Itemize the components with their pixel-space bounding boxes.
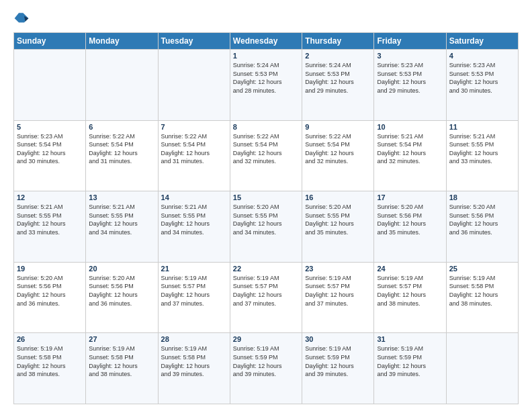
calendar-cell: 26Sunrise: 5:19 AM Sunset: 5:58 PM Dayli… <box>14 333 86 404</box>
day-number: 14 <box>161 193 227 201</box>
day-info: Sunrise: 5:20 AM Sunset: 5:56 PM Dayligh… <box>449 203 515 236</box>
week-row-2: 5Sunrise: 5:23 AM Sunset: 5:54 PM Daylig… <box>14 120 519 191</box>
weekday-header-friday: Friday <box>374 33 446 50</box>
day-info: Sunrise: 5:21 AM Sunset: 5:55 PM Dayligh… <box>449 132 515 166</box>
day-info: Sunrise: 5:21 AM Sunset: 5:54 PM Dayligh… <box>377 132 443 166</box>
calendar-cell: 28Sunrise: 5:19 AM Sunset: 5:58 PM Dayli… <box>158 333 230 404</box>
calendar-cell: 25Sunrise: 5:19 AM Sunset: 5:58 PM Dayli… <box>446 262 518 333</box>
day-number: 23 <box>305 265 371 273</box>
calendar-cell: 14Sunrise: 5:21 AM Sunset: 5:55 PM Dayli… <box>158 191 230 263</box>
calendar-cell: 16Sunrise: 5:20 AM Sunset: 5:55 PM Dayli… <box>302 191 374 263</box>
day-number: 26 <box>17 335 83 343</box>
weekday-header-saturday: Saturday <box>446 33 518 50</box>
weekday-header-sunday: Sunday <box>14 33 86 50</box>
calendar-body: 1Sunrise: 5:24 AM Sunset: 5:53 PM Daylig… <box>14 50 519 404</box>
day-info: Sunrise: 5:19 AM Sunset: 5:57 PM Dayligh… <box>161 274 227 308</box>
day-info: Sunrise: 5:22 AM Sunset: 5:54 PM Dayligh… <box>161 132 227 166</box>
calendar-cell: 30Sunrise: 5:19 AM Sunset: 5:59 PM Dayli… <box>302 333 374 404</box>
calendar-cell: 12Sunrise: 5:21 AM Sunset: 5:55 PM Dayli… <box>14 191 86 263</box>
calendar-cell: 23Sunrise: 5:19 AM Sunset: 5:57 PM Dayli… <box>302 262 374 333</box>
day-info: Sunrise: 5:19 AM Sunset: 5:57 PM Dayligh… <box>377 274 443 308</box>
day-number: 12 <box>17 193 83 201</box>
day-info: Sunrise: 5:19 AM Sunset: 5:57 PM Dayligh… <box>305 274 371 308</box>
day-number: 28 <box>161 335 227 343</box>
calendar-cell: 8Sunrise: 5:22 AM Sunset: 5:54 PM Daylig… <box>230 120 302 191</box>
calendar-cell: 21Sunrise: 5:19 AM Sunset: 5:57 PM Dayli… <box>158 262 230 333</box>
day-number: 11 <box>449 123 515 131</box>
day-number: 20 <box>89 265 154 273</box>
calendar-cell: 29Sunrise: 5:19 AM Sunset: 5:59 PM Dayli… <box>230 333 302 404</box>
day-number: 10 <box>377 123 443 131</box>
calendar-cell: 7Sunrise: 5:22 AM Sunset: 5:54 PM Daylig… <box>158 120 230 191</box>
calendar-cell: 27Sunrise: 5:19 AM Sunset: 5:58 PM Dayli… <box>86 333 158 404</box>
day-info: Sunrise: 5:22 AM Sunset: 5:54 PM Dayligh… <box>89 132 154 166</box>
day-number: 5 <box>17 123 83 131</box>
day-info: Sunrise: 5:21 AM Sunset: 5:55 PM Dayligh… <box>161 203 227 236</box>
weekday-header-monday: Monday <box>86 33 158 50</box>
day-info: Sunrise: 5:19 AM Sunset: 5:59 PM Dayligh… <box>305 345 371 378</box>
day-info: Sunrise: 5:19 AM Sunset: 5:59 PM Dayligh… <box>377 345 443 378</box>
calendar-cell: 3Sunrise: 5:23 AM Sunset: 5:53 PM Daylig… <box>374 50 446 121</box>
calendar-cell: 1Sunrise: 5:24 AM Sunset: 5:53 PM Daylig… <box>230 50 302 121</box>
day-info: Sunrise: 5:23 AM Sunset: 5:53 PM Dayligh… <box>377 61 443 95</box>
day-number: 18 <box>449 193 515 201</box>
day-info: Sunrise: 5:20 AM Sunset: 5:55 PM Dayligh… <box>305 203 371 236</box>
day-number: 27 <box>89 335 154 343</box>
week-row-3: 12Sunrise: 5:21 AM Sunset: 5:55 PM Dayli… <box>14 191 519 263</box>
day-info: Sunrise: 5:19 AM Sunset: 5:58 PM Dayligh… <box>17 345 83 378</box>
calendar-cell <box>158 50 230 121</box>
day-number: 24 <box>377 265 443 273</box>
day-number: 17 <box>377 193 443 201</box>
week-row-5: 26Sunrise: 5:19 AM Sunset: 5:58 PM Dayli… <box>14 333 519 404</box>
calendar-cell: 4Sunrise: 5:23 AM Sunset: 5:53 PM Daylig… <box>446 50 518 121</box>
calendar-cell <box>446 333 518 404</box>
weekday-header-thursday: Thursday <box>302 33 374 50</box>
week-row-1: 1Sunrise: 5:24 AM Sunset: 5:53 PM Daylig… <box>14 50 519 121</box>
day-info: Sunrise: 5:19 AM Sunset: 5:59 PM Dayligh… <box>233 345 299 378</box>
day-info: Sunrise: 5:20 AM Sunset: 5:56 PM Dayligh… <box>17 274 83 308</box>
day-info: Sunrise: 5:20 AM Sunset: 5:56 PM Dayligh… <box>89 274 154 308</box>
day-number: 7 <box>161 123 227 131</box>
calendar-table: SundayMondayTuesdayWednesdayThursdayFrid… <box>13 32 519 404</box>
day-info: Sunrise: 5:19 AM Sunset: 5:57 PM Dayligh… <box>233 274 299 308</box>
day-number: 9 <box>305 123 371 131</box>
weekday-header-row: SundayMondayTuesdayWednesdayThursdayFrid… <box>14 33 519 50</box>
day-info: Sunrise: 5:23 AM Sunset: 5:54 PM Dayligh… <box>17 132 83 166</box>
calendar-cell: 18Sunrise: 5:20 AM Sunset: 5:56 PM Dayli… <box>446 191 518 263</box>
day-info: Sunrise: 5:24 AM Sunset: 5:53 PM Dayligh… <box>305 61 371 95</box>
calendar-cell: 22Sunrise: 5:19 AM Sunset: 5:57 PM Dayli… <box>230 262 302 333</box>
day-number: 19 <box>17 265 83 273</box>
day-info: Sunrise: 5:21 AM Sunset: 5:55 PM Dayligh… <box>17 203 83 236</box>
day-info: Sunrise: 5:22 AM Sunset: 5:54 PM Dayligh… <box>305 132 371 166</box>
day-number: 21 <box>161 265 227 273</box>
header <box>13 11 519 27</box>
day-number: 1 <box>233 52 299 60</box>
calendar-cell: 9Sunrise: 5:22 AM Sunset: 5:54 PM Daylig… <box>302 120 374 191</box>
calendar-cell: 20Sunrise: 5:20 AM Sunset: 5:56 PM Dayli… <box>86 262 158 333</box>
day-info: Sunrise: 5:24 AM Sunset: 5:53 PM Dayligh… <box>233 61 299 95</box>
calendar-cell: 5Sunrise: 5:23 AM Sunset: 5:54 PM Daylig… <box>14 120 86 191</box>
calendar-cell: 10Sunrise: 5:21 AM Sunset: 5:54 PM Dayli… <box>374 120 446 191</box>
weekday-header-tuesday: Tuesday <box>158 33 230 50</box>
day-info: Sunrise: 5:20 AM Sunset: 5:56 PM Dayligh… <box>377 203 443 236</box>
calendar-cell: 19Sunrise: 5:20 AM Sunset: 5:56 PM Dayli… <box>14 262 86 333</box>
calendar-cell: 15Sunrise: 5:20 AM Sunset: 5:55 PM Dayli… <box>230 191 302 263</box>
calendar-cell: 2Sunrise: 5:24 AM Sunset: 5:53 PM Daylig… <box>302 50 374 121</box>
calendar-cell: 17Sunrise: 5:20 AM Sunset: 5:56 PM Dayli… <box>374 191 446 263</box>
day-number: 25 <box>449 265 515 273</box>
day-number: 31 <box>377 335 443 343</box>
calendar-cell: 11Sunrise: 5:21 AM Sunset: 5:55 PM Dayli… <box>446 120 518 191</box>
calendar-cell: 6Sunrise: 5:22 AM Sunset: 5:54 PM Daylig… <box>86 120 158 191</box>
day-number: 30 <box>305 335 371 343</box>
week-row-4: 19Sunrise: 5:20 AM Sunset: 5:56 PM Dayli… <box>14 262 519 333</box>
day-info: Sunrise: 5:19 AM Sunset: 5:58 PM Dayligh… <box>161 345 227 378</box>
calendar-cell: 24Sunrise: 5:19 AM Sunset: 5:57 PM Dayli… <box>374 262 446 333</box>
day-info: Sunrise: 5:23 AM Sunset: 5:53 PM Dayligh… <box>449 61 515 95</box>
calendar-cell <box>14 50 86 121</box>
day-number: 13 <box>89 193 154 201</box>
logo-icon <box>13 11 30 27</box>
day-number: 4 <box>449 52 515 60</box>
day-number: 22 <box>233 265 299 273</box>
weekday-header-wednesday: Wednesday <box>230 33 302 50</box>
day-number: 3 <box>377 52 443 60</box>
